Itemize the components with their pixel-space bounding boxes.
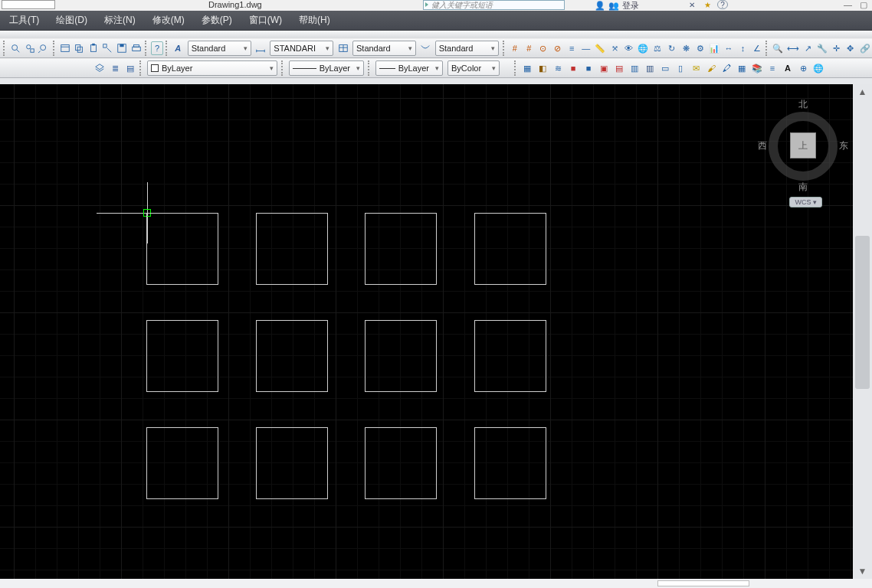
ml-style-select[interactable]: Standard ▾ (435, 41, 499, 56)
layers3-icon[interactable]: ≋ (551, 61, 565, 75)
text-a-icon[interactable]: A (781, 61, 795, 75)
help-icon[interactable]: ? (717, 0, 728, 9)
toolbar-grip[interactable] (145, 41, 149, 56)
gear-icon[interactable]: ⚙ (693, 41, 706, 55)
viewcube-top-face[interactable]: 上 (790, 132, 816, 158)
match-icon[interactable] (101, 41, 114, 55)
window-icon[interactable]: ▭ (658, 61, 672, 75)
textstyle-icon[interactable]: A (172, 41, 185, 55)
favorite-icon[interactable]: ★ (702, 0, 713, 9)
block-blue-icon[interactable]: ■ (582, 61, 595, 75)
vertical-scrollbar[interactable]: ▲ ▼ (853, 84, 872, 579)
link-icon[interactable]: 🔗 (858, 41, 871, 55)
minimize-button[interactable]: — (844, 0, 852, 10)
scale-icon[interactable]: ⚖ (651, 41, 664, 55)
sheet-icon[interactable]: ▦ (735, 61, 749, 75)
move-icon[interactable]: ✥ (844, 41, 857, 55)
toolbar-grip[interactable] (166, 41, 169, 56)
viewcube-east[interactable]: 东 (839, 139, 848, 152)
command-input[interactable] (657, 580, 749, 586)
arrow-icon[interactable]: ↗ (802, 41, 815, 55)
zoom-in-icon[interactable]: 🔍 (772, 41, 785, 55)
paint-icon[interactable]: 🖍 (720, 61, 733, 75)
dim-linear-icon[interactable]: ⟷ (786, 41, 800, 55)
view-cube[interactable]: 北 上 西 东 南 (761, 89, 845, 188)
save-icon[interactable] (116, 41, 129, 55)
grid-icon[interactable]: # (508, 41, 521, 55)
insert-icon[interactable]: ▣ (597, 61, 611, 75)
align-icon[interactable]: ≡ (565, 41, 579, 55)
hatch-icon[interactable]: ▦ (520, 61, 534, 75)
color-select[interactable]: ByColor ▾ (447, 60, 500, 76)
viewcube-north[interactable]: 北 (761, 98, 845, 111)
toolbar-grip[interactable] (368, 60, 372, 76)
mlstyle-icon[interactable] (419, 41, 432, 55)
scroll-down-icon[interactable]: ▼ (854, 564, 871, 579)
menu-tools[interactable]: 工具(T) (9, 14, 39, 27)
maximize-button[interactable]: ▢ (860, 0, 867, 10)
ucs-icon[interactable]: ⤧ (608, 41, 621, 55)
plot-icon[interactable] (129, 41, 143, 55)
dim-style-select[interactable]: STANDARI ▾ (270, 41, 333, 56)
view-icon[interactable]: 👁 (622, 41, 635, 55)
viewcube-south[interactable]: 南 (761, 181, 845, 194)
text-style-select[interactable]: Standard ▾ (188, 41, 251, 56)
layer-filter-icon[interactable]: ≣ (108, 61, 122, 75)
measure-icon[interactable]: 📏 (594, 41, 607, 55)
toolbar-grip[interactable] (3, 41, 7, 56)
toolbar-grip[interactable] (514, 60, 518, 76)
layer-props-icon[interactable] (58, 41, 71, 55)
search-input[interactable]: 健入关键字或短语 (423, 0, 565, 10)
menu-help[interactable]: 帮助(H) (299, 14, 330, 27)
table-red-icon[interactable]: ▤ (612, 61, 626, 75)
dim-h-icon[interactable]: ↔ (723, 41, 736, 55)
book-icon[interactable]: 📚 (750, 61, 764, 75)
window2-icon[interactable]: ▯ (674, 61, 687, 75)
linetype-select-1[interactable]: ByLayer ▾ (289, 60, 364, 76)
globe2-icon[interactable]: 🌐 (811, 61, 825, 75)
polar-icon[interactable]: ⊘ (551, 41, 564, 55)
target-icon[interactable]: ✛ (830, 41, 843, 55)
toolbar-grip[interactable] (139, 60, 143, 76)
menu-param[interactable]: 参数(P) (202, 14, 232, 27)
plus-circle-icon[interactable]: ⊕ (796, 61, 810, 75)
rule-icon[interactable]: — (580, 41, 593, 55)
orbit-icon[interactable]: ↻ (665, 41, 678, 55)
copy-icon[interactable] (73, 41, 86, 55)
paste-icon[interactable] (87, 41, 100, 55)
app-dropdown[interactable] (2, 0, 55, 9)
tablestyle-icon[interactable] (336, 41, 349, 55)
toolbar-grip[interactable] (281, 60, 285, 76)
scroll-track[interactable] (853, 100, 872, 564)
block-red-icon[interactable]: ■ (566, 61, 580, 75)
layer-icon[interactable] (93, 61, 107, 75)
scroll-thumb[interactable] (855, 236, 870, 389)
col-blue-icon[interactable]: ▥ (628, 61, 641, 75)
list-icon[interactable]: ≡ (765, 61, 779, 75)
brush-icon[interactable]: 🖌 (704, 61, 718, 75)
toolbar-grip[interactable] (503, 41, 506, 56)
dimstyle-icon[interactable] (254, 41, 267, 55)
wcs-dropdown[interactable]: WCS ▾ (789, 197, 822, 207)
zoom-extents-icon[interactable] (9, 41, 22, 55)
gradient-icon[interactable]: ◧ (536, 61, 549, 75)
zoom-window-icon[interactable] (23, 41, 36, 55)
mail-icon[interactable]: ✉ (689, 61, 703, 75)
table-style-select[interactable]: Standard ▾ (352, 41, 416, 56)
wrench-icon[interactable]: 🔧 (815, 41, 828, 55)
toolbar-grip[interactable] (53, 41, 57, 56)
scroll-up-icon[interactable]: ▲ (854, 84, 871, 100)
menu-draw[interactable]: 绘图(D) (56, 14, 87, 27)
dim-a-icon[interactable]: ∠ (751, 41, 764, 55)
toolbar-grip[interactable] (765, 41, 769, 56)
chart-icon[interactable]: 📊 (708, 41, 721, 55)
exchange-icon[interactable]: ✕ (687, 0, 697, 9)
tree-icon[interactable]: ❋ (680, 41, 693, 55)
linetype-select-2[interactable]: ByLayer ▾ (375, 60, 443, 76)
col-dark-icon[interactable]: ▥ (643, 61, 657, 75)
question-icon[interactable]: ? (151, 41, 164, 55)
layer-state-icon[interactable]: ▤ (123, 61, 137, 75)
zoom-prev-icon[interactable] (38, 41, 51, 55)
login-button[interactable]: 👤 👥 登录 (595, 0, 639, 11)
snap-icon[interactable]: # (523, 41, 536, 55)
